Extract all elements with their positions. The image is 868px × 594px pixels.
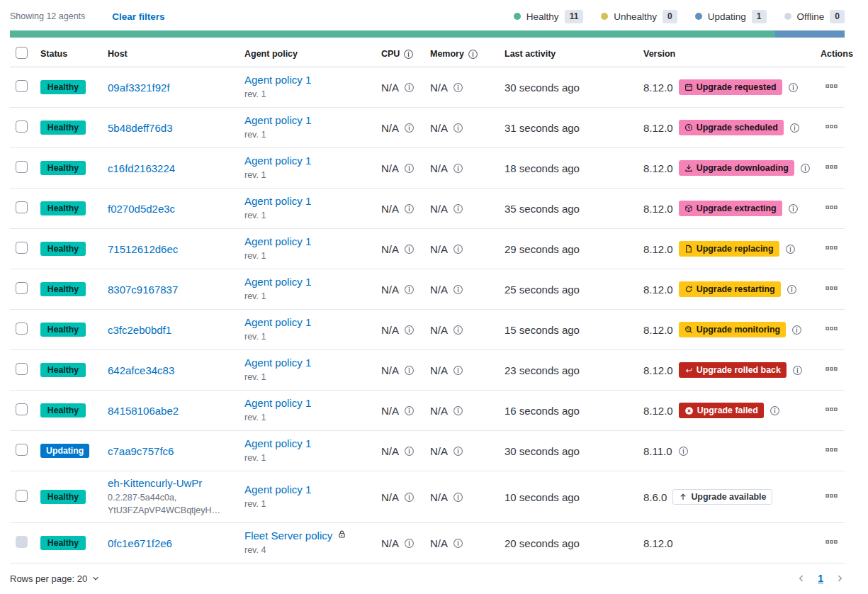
- actions-menu-button[interactable]: [825, 490, 838, 502]
- row-checkbox[interactable]: [16, 444, 28, 456]
- upgrade-info-icon[interactable]: [789, 123, 800, 133]
- row-checkbox[interactable]: [16, 403, 28, 415]
- cpu-info-icon[interactable]: [404, 492, 415, 503]
- memory-info-icon[interactable]: [453, 82, 463, 93]
- memory-info-icon[interactable]: [453, 492, 463, 503]
- upgrade-info-icon[interactable]: [788, 82, 799, 93]
- header-memory[interactable]: Memory: [430, 49, 505, 60]
- host-link[interactable]: 5b48deff76d3: [108, 122, 173, 134]
- header-last-activity[interactable]: Last activity: [505, 49, 643, 59]
- row-checkbox[interactable]: [16, 80, 28, 92]
- page-number-1[interactable]: 1: [818, 573, 823, 584]
- actions-menu-button[interactable]: [825, 282, 838, 294]
- header-cpu[interactable]: CPU: [381, 49, 430, 60]
- host-link[interactable]: c3fc2eb0bdf1: [108, 324, 171, 336]
- header-agent-policy[interactable]: Agent policy: [244, 49, 381, 59]
- policy-link[interactable]: Agent policy 1: [244, 483, 311, 495]
- memory-info-icon[interactable]: [453, 365, 463, 376]
- policy-link[interactable]: Agent policy 1: [244, 155, 311, 167]
- header-version[interactable]: Version: [643, 49, 821, 59]
- cpu-header-info-icon[interactable]: [403, 49, 414, 60]
- actions-menu-button[interactable]: [825, 121, 838, 133]
- actions-menu-button[interactable]: [825, 403, 838, 415]
- table-footer: Rows per page: 20 1: [10, 573, 845, 584]
- previous-page-button[interactable]: [796, 573, 806, 583]
- cpu-info-icon[interactable]: [404, 365, 415, 376]
- actions-menu-button[interactable]: [825, 323, 838, 335]
- cpu-info-icon[interactable]: [404, 284, 415, 295]
- actions-menu-button[interactable]: [825, 444, 838, 456]
- row-checkbox[interactable]: [16, 282, 28, 294]
- actions-menu-button[interactable]: [825, 242, 838, 254]
- memory-info-icon[interactable]: [453, 163, 463, 174]
- memory-info-icon[interactable]: [453, 325, 463, 335]
- row-checkbox[interactable]: [16, 323, 28, 335]
- host-link[interactable]: 0fc1e671f2e6: [108, 537, 172, 549]
- policy-link[interactable]: Agent policy 1: [244, 74, 311, 86]
- policy-link[interactable]: Agent policy 1: [244, 195, 311, 207]
- header-status[interactable]: Status: [40, 49, 108, 59]
- row-checkbox[interactable]: [16, 121, 28, 133]
- host-link[interactable]: f0270d5d2e3c: [108, 203, 175, 215]
- actions-menu-button[interactable]: [825, 363, 838, 375]
- policy-link[interactable]: Agent policy 1: [244, 114, 311, 126]
- host-link[interactable]: 84158106abe2: [108, 405, 179, 417]
- select-all-checkbox[interactable]: [16, 47, 28, 59]
- memory-info-icon[interactable]: [453, 244, 463, 254]
- host-link[interactable]: eh-Kittencurly-UwPr: [108, 477, 202, 489]
- row-checkbox[interactable]: [16, 363, 28, 375]
- cpu-info-icon[interactable]: [404, 163, 415, 174]
- unhealthy-dot-icon: [601, 13, 608, 20]
- policy-link[interactable]: Agent policy 1: [244, 437, 311, 449]
- cpu-info-icon[interactable]: [404, 325, 415, 335]
- cpu-info-icon[interactable]: [404, 405, 415, 416]
- memory-info-icon[interactable]: [453, 203, 463, 214]
- memory-header-info-icon[interactable]: [468, 49, 478, 60]
- upgrade-info-icon[interactable]: [788, 203, 799, 214]
- policy-link[interactable]: Fleet Server policy: [244, 529, 332, 542]
- upgrade-info-icon[interactable]: [770, 405, 780, 416]
- host-link[interactable]: 09af3321f92f: [108, 82, 170, 94]
- upgrade-info-icon[interactable]: [791, 325, 802, 335]
- memory-info-icon[interactable]: [453, 538, 463, 549]
- cpu-info-icon[interactable]: [404, 446, 415, 456]
- upgrade-info-icon[interactable]: [792, 365, 803, 376]
- actions-menu-button[interactable]: [825, 80, 838, 92]
- version-info-icon[interactable]: [678, 446, 689, 456]
- actions-menu-button[interactable]: [825, 161, 838, 173]
- cpu-info-icon[interactable]: [404, 123, 415, 133]
- cpu-info-icon[interactable]: [404, 538, 415, 549]
- rows-per-page-select[interactable]: Rows per page: 20: [10, 573, 100, 584]
- actions-menu-button[interactable]: [825, 536, 838, 548]
- memory-info-icon[interactable]: [453, 405, 463, 416]
- clear-filters-button[interactable]: Clear filters: [112, 11, 164, 22]
- cpu-info-icon[interactable]: [404, 82, 415, 93]
- row-checkbox[interactable]: [16, 161, 28, 173]
- upgrade-badge: Upgrade replacing: [679, 241, 779, 257]
- policy-link[interactable]: Agent policy 1: [244, 357, 311, 369]
- policy-link[interactable]: Agent policy 1: [244, 276, 311, 288]
- host-link[interactable]: 8307c9167837: [108, 284, 178, 296]
- upgrade-info-icon[interactable]: [800, 163, 811, 174]
- last-activity: 25 seconds ago: [505, 284, 643, 296]
- host-link[interactable]: 71512612d6ec: [108, 243, 178, 255]
- memory-info-icon[interactable]: [453, 446, 463, 456]
- upgrade-info-icon[interactable]: [785, 244, 796, 254]
- host-link[interactable]: 642afce34c83: [108, 364, 174, 376]
- policy-link[interactable]: Agent policy 1: [244, 397, 311, 409]
- host-link[interactable]: c7aa9c757fc6: [108, 445, 174, 457]
- row-checkbox[interactable]: [16, 201, 28, 213]
- memory-info-icon[interactable]: [453, 123, 463, 133]
- actions-menu-button[interactable]: [825, 201, 838, 213]
- cpu-info-icon[interactable]: [404, 244, 415, 254]
- host-link[interactable]: c16fd2163224: [108, 162, 175, 174]
- policy-link[interactable]: Agent policy 1: [244, 235, 311, 247]
- memory-info-icon[interactable]: [453, 284, 463, 295]
- policy-link[interactable]: Agent policy 1: [244, 316, 311, 328]
- header-host[interactable]: Host: [108, 49, 244, 59]
- cpu-info-icon[interactable]: [404, 203, 415, 214]
- upgrade-info-icon[interactable]: [787, 284, 797, 295]
- next-page-button[interactable]: [835, 573, 845, 583]
- row-checkbox[interactable]: [16, 490, 28, 502]
- row-checkbox[interactable]: [16, 242, 28, 254]
